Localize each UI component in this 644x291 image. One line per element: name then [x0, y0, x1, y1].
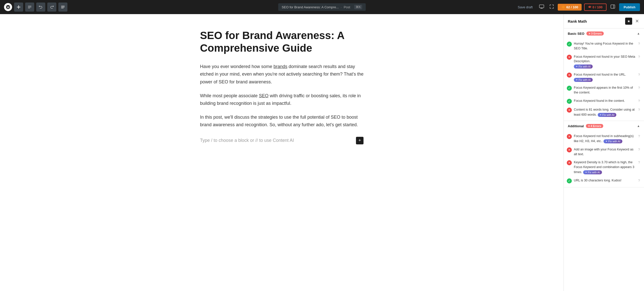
fullscreen-button[interactable] [548, 4, 555, 11]
item-1-text: Hurray! You're using Focus Keyword in th… [574, 41, 636, 51]
additional-section: Additional ✕ 4 Errors ▲ ✕ Focus Keyword … [564, 121, 644, 187]
additional-item-4: ✓ URL is 30 characters long. Kudos! ? [564, 176, 644, 185]
rank-math-sidebar: Rank Math ★ ✕ Basic SEO ✕ 3 Errors ▲ [564, 14, 644, 291]
item-6-help-icon[interactable]: ? [638, 108, 640, 112]
preview-button[interactable] [538, 4, 546, 11]
publish-button[interactable]: Publish [619, 3, 640, 11]
undo-button[interactable] [36, 3, 45, 12]
rm-header: Rank Math ★ ✕ [564, 14, 644, 28]
redo-button[interactable] [47, 3, 56, 12]
item-4-status-icon: ✓ [567, 86, 572, 91]
item-3-help-icon[interactable]: ? [638, 73, 640, 77]
item-6-status-icon: ✕ [567, 108, 572, 113]
additional-item-2: ✕ Add an image with your Focus Keyword a… [564, 145, 644, 158]
item-5-text: Focus Keyword found in the content. [574, 99, 636, 103]
post-body: Have you ever wondered how some brands d… [200, 63, 364, 129]
paragraph-1: Have you ever wondered how some brands d… [200, 63, 364, 86]
basic-seo-title: Basic SEO ✕ 3 Errors [568, 31, 604, 36]
basic-seo-item-3: ✕ Focus Keyword not found in the URL. Fi… [564, 71, 644, 84]
basic-seo-item-6: ✕ Content is 81 words long. Consider usi… [564, 106, 644, 119]
fix-ai-button-4[interactable]: Fix with AI [603, 139, 622, 143]
additional-chevron: ▲ [637, 124, 640, 128]
item-1-status-icon: ✓ [567, 42, 572, 47]
fix-ai-button-1[interactable]: Fix with AI [574, 64, 593, 69]
add-item-2-help-icon[interactable]: ? [638, 148, 640, 151]
post-type-badge: Post [344, 5, 350, 9]
svg-rect-6 [61, 8, 64, 8]
keyboard-shortcut: ⌘K [354, 5, 362, 9]
item-4-text: Focus Keyword appears in the first 10% o… [574, 85, 636, 95]
additional-header[interactable]: Additional ✕ 4 Errors ▲ [564, 121, 644, 131]
add-item-1-help-icon[interactable]: ? [638, 134, 640, 138]
placeholder-text: Type / to choose a block or // to use Co… [200, 138, 294, 143]
additional-title: Additional ✕ 4 Errors [568, 124, 603, 128]
toolbar: W SEO for Brand Awareness: A Compre... ·… [0, 0, 644, 14]
add-item-2-status-icon: ✕ [567, 147, 572, 152]
additional-item-1: ✕ Focus Keyword not found in subheading(… [564, 132, 644, 145]
readability-score-value: 0 / 100 [592, 5, 602, 9]
brands-link[interactable]: brands [273, 64, 287, 69]
rm-star-button[interactable]: ★ [625, 18, 632, 25]
item-3-text: Focus Keyword not found in the URL. Fix … [574, 72, 636, 82]
seo-link[interactable]: SEO [259, 93, 268, 98]
paragraph-3: In this post, we'll discuss the strategi… [200, 113, 364, 129]
rm-title: Rank Math [568, 19, 587, 23]
basic-seo-item-1: ✓ Hurray! You're using Focus Keyword in … [564, 40, 644, 53]
add-item-2-text: Add an image with your Focus Keyword as … [574, 147, 636, 157]
wp-logo[interactable]: W [4, 3, 12, 11]
readability-score-button[interactable]: 👁 0 / 100 [584, 4, 607, 11]
item-5-help-icon[interactable]: ? [638, 99, 640, 103]
add-block-inline-button[interactable]: + [356, 137, 364, 144]
item-1-help-icon[interactable]: ? [638, 42, 640, 46]
seo-score-value: 62 / 100 [566, 5, 578, 9]
add-item-3-status-icon: ✕ [567, 160, 572, 165]
item-2-status-icon: ✕ [567, 55, 572, 60]
add-item-1-text: Focus Keyword not found in subheading(s)… [574, 134, 636, 144]
basic-seo-item-2: ✕ Focus Keyword not found in your SEO Me… [564, 53, 644, 71]
basic-seo-error-badge: ✕ 3 Errors [586, 31, 604, 36]
item-4-help-icon[interactable]: ? [638, 86, 640, 90]
post-heading[interactable]: SEO for Brand Awareness: A Comprehensive… [200, 29, 364, 55]
item-6-text: Content is 81 words long. Consider using… [574, 107, 636, 117]
tools-button[interactable] [25, 3, 34, 12]
basic-seo-item-4: ✓ Focus Keyword appears in the first 10%… [564, 84, 644, 97]
add-item-3-help-icon[interactable]: ? [638, 160, 640, 164]
additional-error-badge: ✕ 4 Errors [586, 124, 603, 128]
add-item-3-text: Keyword Density is 3.70 which is high, t… [574, 160, 636, 174]
basic-seo-items: ✓ Hurray! You're using Focus Keyword in … [564, 39, 644, 121]
item-5-status-icon: ✓ [567, 99, 572, 104]
sidebar-toggle-button[interactable] [609, 4, 617, 11]
additional-item-3: ✕ Keyword Density is 3.70 which is high,… [564, 158, 644, 176]
readability-icon: 👁 [588, 5, 591, 9]
additional-items: ✕ Focus Keyword not found in subheading(… [564, 131, 644, 187]
rm-header-actions: ★ ✕ [625, 18, 640, 25]
svg-text:W: W [7, 6, 10, 9]
fix-ai-button-5[interactable]: Fix with AI [583, 170, 602, 174]
additional-error-x-icon: ✕ [588, 125, 590, 127]
add-block-button[interactable] [14, 3, 23, 12]
rm-close-button[interactable]: ✕ [634, 18, 640, 24]
basic-seo-section: Basic SEO ✕ 3 Errors ▲ ✓ Hurray! You're … [564, 28, 644, 121]
toolbar-right: Save draft 🔆 62 / 100 👁 0 / 100 Publish [515, 3, 640, 11]
item-2-help-icon[interactable]: ? [638, 55, 640, 59]
toolbar-center: SEO for Brand Awareness: A Compre... · P… [278, 3, 366, 11]
seo-score-button[interactable]: 🔆 62 / 100 [558, 4, 582, 11]
basic-seo-chevron: ▲ [637, 32, 640, 35]
add-item-4-text: URL is 30 characters long. Kudos! [574, 178, 636, 183]
svg-rect-8 [611, 5, 615, 8]
save-draft-button[interactable]: Save draft [515, 4, 535, 11]
paragraph-2: While most people associate SEO with dri… [200, 92, 364, 107]
block-placeholder[interactable]: Type / to choose a block or // to use Co… [200, 135, 364, 146]
item-3-status-icon: ✕ [567, 73, 572, 78]
post-title-bar[interactable]: SEO for Brand Awareness: A Compre... · P… [278, 3, 366, 11]
fix-ai-button-3[interactable]: Fix with AI [598, 113, 617, 117]
basic-seo-header[interactable]: Basic SEO ✕ 3 Errors ▲ [564, 28, 644, 39]
fix-ai-button-2[interactable]: Fix with AI [574, 78, 593, 82]
svg-rect-5 [61, 7, 65, 7]
seo-score-icon: 🔆 [561, 5, 565, 9]
main: SEO for Brand Awareness: A Comprehensive… [0, 14, 644, 291]
add-item-4-status-icon: ✓ [567, 178, 572, 183]
editor-area[interactable]: SEO for Brand Awareness: A Comprehensive… [0, 14, 564, 291]
list-view-button[interactable] [58, 3, 67, 12]
add-item-4-help-icon[interactable]: ? [638, 179, 640, 182]
